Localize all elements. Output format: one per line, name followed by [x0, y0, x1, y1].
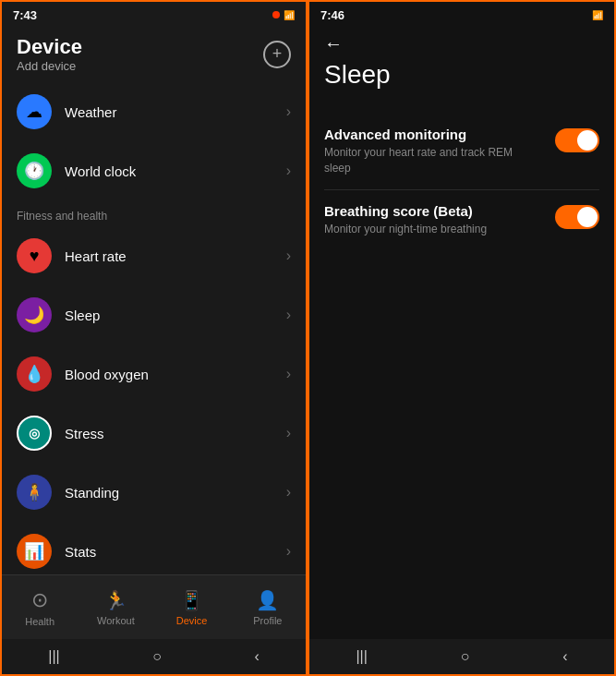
signal-icon-right: 📶 — [592, 10, 603, 20]
advanced-monitoring-toggle[interactable] — [555, 128, 599, 152]
chevron-icon: › — [286, 247, 291, 264]
nav-device[interactable]: 📱 Device — [154, 589, 230, 626]
health-nav-label: Health — [25, 616, 54, 627]
nav-recent-gesture[interactable]: ‹ — [254, 648, 259, 665]
heart-rate-label: Heart rate — [65, 248, 286, 264]
left-header-top: Device Add device + — [17, 35, 291, 73]
menu-item-blood-oxygen[interactable]: 💧 Blood oxygen › — [2, 344, 306, 404]
chevron-icon: › — [286, 484, 291, 501]
right-header: ← Sleep — [309, 28, 614, 99]
workout-nav-icon: 🏃 — [104, 589, 127, 611]
status-bar-right: 7:46 📶 — [309, 2, 614, 28]
world-clock-icon: 🕐 — [17, 153, 52, 188]
nav-home-gesture-right[interactable]: ○ — [461, 648, 470, 665]
page-subtitle-left: Add device — [17, 59, 82, 73]
stress-label: Stress — [65, 426, 286, 441]
sleep-icon: 🌙 — [17, 297, 52, 332]
settings-content: Advanced monitoring Monitor your heart r… — [309, 99, 614, 384]
nav-back-gesture-right[interactable]: ||| — [356, 648, 367, 665]
stress-icon: ◎ — [17, 416, 52, 451]
stats-icon: 📊 — [17, 534, 52, 569]
chevron-icon: › — [286, 307, 291, 323]
world-clock-label: World clock — [65, 163, 286, 179]
sleep-label: Sleep — [65, 308, 286, 323]
stats-label: Stats — [65, 544, 286, 560]
heart-rate-icon: ♥ — [17, 238, 52, 273]
chevron-icon: › — [286, 543, 291, 560]
add-device-button[interactable]: + — [263, 41, 291, 68]
left-header: Device Add device + — [2, 28, 306, 82]
menu-scroll-area: ☁ Weather › 🕐 World clock › Fitness and … — [2, 82, 306, 574]
back-button[interactable]: ← — [324, 33, 343, 54]
page-title-right: Sleep — [324, 60, 599, 90]
nav-recent-gesture-right[interactable]: ‹ — [562, 648, 567, 665]
nav-home-gesture[interactable]: ○ — [152, 648, 162, 665]
system-nav-right: ||| ○ ‹ — [309, 639, 614, 674]
nav-profile[interactable]: 👤 Profile — [230, 589, 306, 626]
signal-icon: 📶 — [284, 10, 295, 20]
menu-item-sleep[interactable]: 🌙 Sleep › — [2, 285, 306, 344]
notification-dot — [272, 11, 280, 18]
menu-item-stats[interactable]: 📊 Stats › — [2, 522, 306, 574]
section-label-fitness: Fitness and health — [2, 200, 306, 226]
right-spacer — [309, 384, 614, 640]
health-nav-icon: ⊙ — [31, 588, 48, 612]
breathing-score-title: Breathing score (Beta) — [324, 203, 540, 219]
left-panel: 7:43 📶 Device Add device + ☁ Weather › 🕐 — [0, 0, 308, 676]
breathing-score-text: Breathing score (Beta) Monitor your nigh… — [324, 203, 540, 237]
device-nav-label: Device — [176, 615, 208, 626]
breathing-score-desc: Monitor your night-time breathing — [324, 222, 540, 237]
right-panel: 7:46 📶 ← Sleep Advanced monitoring Monit… — [308, 0, 616, 676]
chevron-icon: › — [286, 163, 291, 179]
blood-oxygen-label: Blood oxygen — [65, 367, 286, 382]
nav-health[interactable]: ⊙ Health — [2, 588, 78, 627]
time-right: 7:46 — [320, 8, 344, 22]
nav-back-gesture[interactable]: ||| — [48, 648, 59, 665]
chevron-icon: › — [286, 103, 291, 120]
setting-advanced-monitoring: Advanced monitoring Monitor your heart r… — [324, 114, 599, 190]
chevron-icon: › — [286, 366, 291, 382]
plus-icon: + — [272, 44, 283, 64]
profile-nav-icon: 👤 — [256, 589, 279, 611]
setting-breathing-score: Breathing score (Beta) Monitor your nigh… — [324, 190, 599, 250]
menu-item-stress[interactable]: ◎ Stress › — [2, 404, 306, 463]
system-nav-left: ||| ○ ‹ — [2, 639, 306, 674]
standing-label: Standing — [65, 485, 286, 501]
blood-oxygen-icon: 💧 — [17, 356, 52, 392]
advanced-monitoring-title: Advanced monitoring — [324, 127, 540, 142]
weather-label: Weather — [65, 104, 286, 120]
device-nav-icon: 📱 — [180, 589, 203, 611]
nav-workout[interactable]: 🏃 Workout — [78, 589, 153, 626]
profile-nav-label: Profile — [253, 615, 282, 626]
advanced-monitoring-text: Advanced monitoring Monitor your heart r… — [324, 127, 540, 176]
menu-item-standing[interactable]: 🧍 Standing › — [2, 463, 306, 522]
chevron-icon: › — [286, 425, 291, 441]
status-icons-right: 📶 — [592, 10, 603, 20]
menu-item-world-clock[interactable]: 🕐 World clock › — [2, 141, 306, 200]
weather-icon: ☁ — [17, 94, 52, 129]
breathing-score-toggle[interactable] — [555, 205, 599, 229]
status-bar-left: 7:43 📶 — [2, 2, 306, 28]
header-text: Device Add device — [17, 35, 82, 73]
time-left: 7:43 — [13, 8, 37, 22]
menu-item-weather[interactable]: ☁ Weather › — [2, 82, 306, 141]
page-title-left: Device — [17, 35, 82, 59]
advanced-monitoring-desc: Monitor your heart rate and track REM sl… — [324, 145, 540, 176]
menu-item-heart-rate[interactable]: ♥ Heart rate › — [2, 226, 306, 285]
workout-nav-label: Workout — [97, 615, 135, 626]
standing-icon: 🧍 — [17, 475, 52, 510]
status-icons-left: 📶 — [272, 10, 295, 20]
bottom-navigation: ⊙ Health 🏃 Workout 📱 Device 👤 Profile — [2, 574, 306, 639]
